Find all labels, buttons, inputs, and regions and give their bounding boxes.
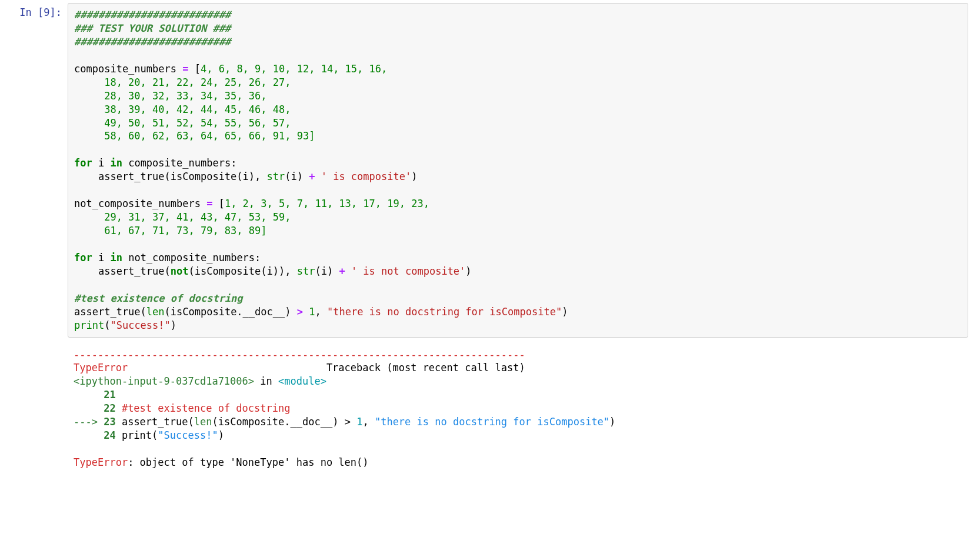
comment-docstring: #test existence of docstring <box>74 292 243 304</box>
output-cell: ----------------------------------------… <box>0 341 980 477</box>
final-error-type: TypeError <box>74 456 128 468</box>
error-type: TypeError <box>74 362 128 373</box>
traceback-file: <ipython-input-9-037cd1a71006> <box>74 375 254 387</box>
input-prompt: In [9]: <box>0 3 68 338</box>
code-block: ########################## ### TEST YOUR… <box>74 8 962 332</box>
comment-header-1: ########################## <box>74 9 231 21</box>
output-prompt <box>0 343 68 474</box>
traceback-header: Traceback (most recent call last) <box>128 362 525 373</box>
comment-header-3: ########################## <box>74 36 231 48</box>
code-input-area[interactable]: ########################## ### TEST YOUR… <box>68 3 968 338</box>
input-cell: In [9]: ########################## ### T… <box>0 0 980 341</box>
traceback-area: ----------------------------------------… <box>68 343 968 474</box>
traceback-separator: ----------------------------------------… <box>74 349 525 361</box>
final-error-msg: : object of type 'NoneType' has no len() <box>128 456 368 468</box>
traceback-arrow: ---> <box>74 416 104 428</box>
comment-header-2: ### TEST YOUR SOLUTION ### <box>74 22 231 34</box>
